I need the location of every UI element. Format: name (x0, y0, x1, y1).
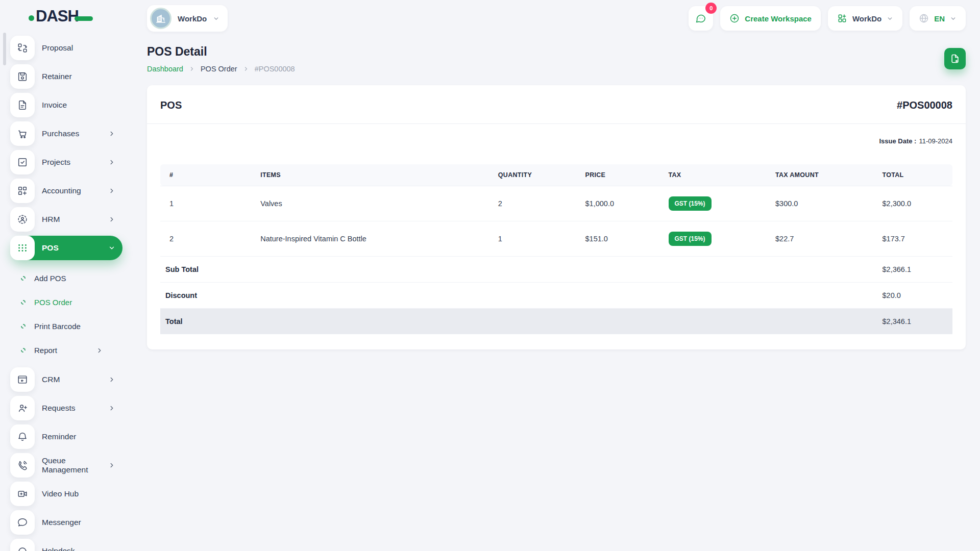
sidebar-item-retainer[interactable]: Retainer (10, 64, 122, 89)
sidebar-menu: ProposalRetainerInvoicePurchasesProjects… (0, 33, 133, 551)
sidebar-item-accounting[interactable]: Accounting (10, 179, 122, 203)
sidebar-subitem-print-barcode[interactable]: Print Barcode (10, 314, 122, 338)
chevron-down-icon (108, 244, 115, 252)
hrm-icon (10, 207, 35, 232)
header-row: #ITEMSQUANTITYPRICETAXTAX AMOUNTTOTAL (160, 164, 952, 186)
app-root: DASH ProposalRetainerInvoicePurchasesPro… (0, 0, 980, 551)
summary-value: $2,346.1 (877, 308, 952, 334)
account-label: WorkDo (852, 14, 881, 23)
sidebar-item-projects[interactable]: Projects (10, 150, 122, 174)
summary-row-discount: Discount$20.0 (160, 282, 952, 308)
sidebar-item-label: Accounting (42, 186, 81, 195)
tax-badge: GST (15%) (669, 232, 712, 246)
sidebar-item-reminder[interactable]: Reminder (10, 424, 122, 449)
chevron-right-icon (108, 462, 115, 469)
sidebar-scrollbar[interactable] (3, 33, 6, 65)
sidebar-item-label: Projects (42, 158, 70, 167)
sidebar-subitem-add-pos[interactable]: Add POS (10, 266, 122, 290)
summary-row-sub-total: Sub Total$2,366.1 (160, 256, 952, 282)
issue-date-value: 11-09-2024 (919, 137, 952, 145)
messages-button[interactable]: 0 (689, 6, 713, 31)
sidebar-item-requests[interactable]: Requests (10, 396, 122, 420)
pos-icon (10, 236, 35, 260)
sidebar-item-pos[interactable]: POS (10, 236, 122, 260)
summary-label: Discount (160, 282, 877, 308)
sidebar-item-video-hub[interactable]: Video Hub (10, 482, 122, 506)
sidebar-item-label: Purchases (42, 129, 79, 138)
sidebar: DASH ProposalRetainerInvoicePurchasesPro… (0, 0, 133, 551)
chat-icon (695, 13, 706, 24)
chevron-down-icon (213, 15, 219, 22)
sidebar-item-proposal[interactable]: Proposal (10, 36, 122, 60)
sidebar-item-label: CRM (42, 375, 60, 384)
create-document-button[interactable] (944, 48, 966, 69)
helpdesk-icon (10, 539, 35, 551)
sidebar-item-label: Messenger (42, 518, 81, 527)
issue-date: Issue Date : 11-09-2024 (147, 124, 966, 145)
sidebar-item-label: Proposal (42, 43, 73, 53)
breadcrumb-pos-order: POS Order (201, 65, 237, 73)
item-num: 1 (160, 186, 255, 221)
pos-detail-card: POS #POS00008 Issue Date : 11-09-2024 #I… (147, 85, 966, 349)
messenger-icon (10, 510, 35, 535)
sidebar-subitem-pos-order[interactable]: POS Order (10, 290, 122, 314)
bullet-icon (21, 276, 26, 281)
sidebar-submenu-pos: Add POSPOS OrderPrint BarcodeReport (10, 264, 122, 367)
sidebar-item-label: Video Hub (42, 489, 79, 498)
sidebar-subitem-report[interactable]: Report (10, 338, 122, 362)
sidebar-item-helpdesk[interactable]: Helpdesk (10, 539, 122, 551)
brand-logo[interactable]: DASH (0, 0, 133, 33)
sidebar-item-crm[interactable]: CRM (10, 367, 122, 392)
create-workspace-button[interactable]: Create Workspace (720, 6, 821, 31)
sidebar-item-invoice[interactable]: Invoice (10, 93, 122, 117)
main-area: WorkDo 0 Create Workspa (133, 0, 980, 551)
sidebar-item-queue-management[interactable]: Queue Management (10, 453, 122, 478)
proposal-icon (10, 36, 35, 60)
bullet-icon (21, 300, 26, 305)
sidebar-item-messenger[interactable]: Messenger (10, 510, 122, 535)
plus-circle-icon (729, 13, 740, 23)
item-tax-amount: $22.7 (770, 221, 877, 256)
account-menu-button[interactable]: WorkDo (828, 6, 902, 31)
item-total: $173.7 (877, 221, 952, 256)
globe-icon (919, 13, 929, 23)
chevron-right-icon (108, 376, 115, 383)
workspace-switcher[interactable]: WorkDo (147, 5, 228, 32)
column-header-tax-amount: TAX AMOUNT (770, 164, 877, 186)
sidebar-item-hrm[interactable]: HRM (10, 207, 122, 232)
sidebar-subitem-label: Print Barcode (34, 322, 81, 331)
column-header-num: # (160, 164, 255, 186)
language-selector[interactable]: EN (910, 6, 966, 31)
reminder-icon (10, 424, 35, 449)
chevron-right-icon (108, 159, 115, 166)
logo-dash-icon (75, 16, 93, 21)
item-price: $1,000.0 (580, 186, 664, 221)
queue-management-icon (10, 453, 35, 478)
card-title: POS (160, 99, 182, 111)
tax-badge: GST (15%) (669, 196, 712, 211)
pos-number: #POS00008 (897, 99, 952, 111)
topbar: WorkDo 0 Create Workspa (147, 0, 966, 37)
retainer-icon (10, 64, 35, 89)
requests-icon (10, 396, 35, 420)
column-header-items: ITEMS (255, 164, 493, 186)
summary-row-total: Total$2,346.1 (160, 308, 952, 334)
sidebar-item-label: Queue Management (42, 456, 101, 474)
column-header-total: TOTAL (877, 164, 952, 186)
breadcrumb-current: #POS00008 (255, 65, 295, 73)
item-row: 1Valves2$1,000.0GST (15%)$300.0$2,300.0 (160, 186, 952, 221)
sidebar-item-label: Invoice (42, 101, 67, 110)
breadcrumb-dashboard-link[interactable]: Dashboard (147, 65, 183, 73)
sidebar-item-label: Helpdesk (42, 546, 75, 551)
item-tax: GST (15%) (664, 186, 771, 221)
chevron-down-icon (887, 15, 893, 22)
item-tax-amount: $300.0 (770, 186, 877, 221)
item-name: Valves (255, 186, 493, 221)
items-table: #ITEMSQUANTITYPRICETAXTAX AMOUNTTOTAL 1V… (160, 164, 952, 334)
sidebar-item-purchases[interactable]: Purchases (10, 121, 122, 146)
page-header: POS Detail Dashboard POS Order #POS00008 (147, 45, 966, 73)
summary-value: $20.0 (877, 282, 952, 308)
chevron-right-icon (108, 216, 115, 223)
chevron-down-icon (950, 15, 957, 22)
chevron-right-icon (96, 347, 103, 354)
